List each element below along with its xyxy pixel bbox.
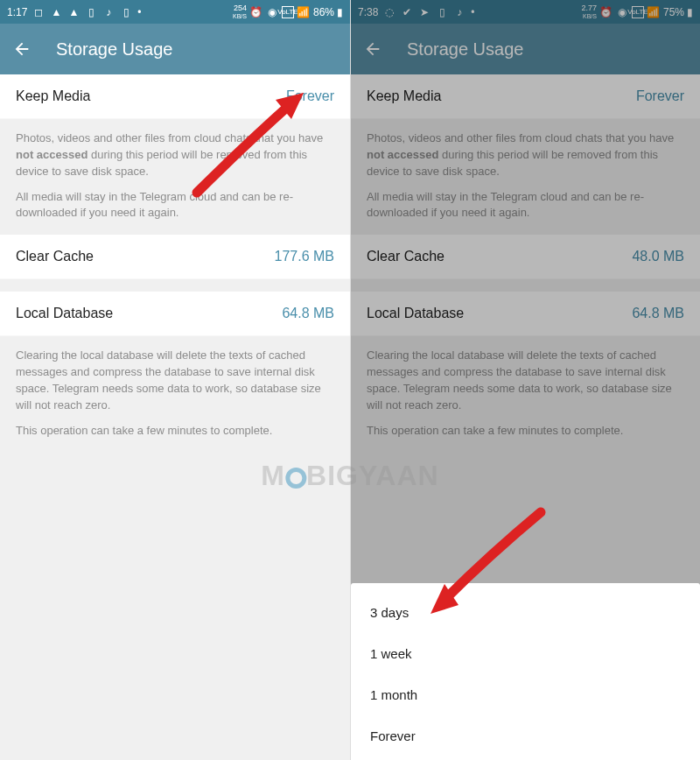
clear-cache-value: 48.0 MB <box>632 249 684 264</box>
status-time: 7:38 <box>358 6 378 18</box>
database-info-block: Clearing the local database will delete … <box>0 336 350 452</box>
database-info-block: Clearing the local database will delete … <box>351 336 700 452</box>
sync-icon: ◉ <box>266 6 278 18</box>
music-icon: ♪ <box>102 6 115 18</box>
notification-icon: ▲ <box>50 6 62 18</box>
sync-icon: ◉ <box>616 6 628 18</box>
dots-icon: • <box>471 6 474 18</box>
clear-cache-value: 177.6 MB <box>275 249 334 264</box>
check-icon: ✔ <box>401 6 413 18</box>
keep-media-label: Keep Media <box>16 88 90 104</box>
clear-cache-row[interactable]: Clear Cache 177.6 MB <box>0 235 350 279</box>
option-forever[interactable]: Forever <box>351 715 700 756</box>
back-arrow-icon[interactable] <box>12 39 32 59</box>
local-database-row[interactable]: Local Database 64.8 MB <box>351 292 700 336</box>
keep-media-options-sheet: 3 days 1 week 1 month Forever <box>351 583 700 760</box>
keep-media-value: Forever <box>636 88 684 104</box>
music-icon: ♪ <box>453 6 466 18</box>
keep-media-label: Keep Media <box>367 88 441 104</box>
alarm-icon: ⏰ <box>250 6 262 18</box>
local-database-label: Local Database <box>16 306 113 321</box>
network-speed: 254KB/S <box>233 4 247 20</box>
notification-icon: ▲ <box>67 6 80 18</box>
spacer <box>351 279 700 292</box>
status-time: 1:17 <box>7 6 27 18</box>
clear-cache-label: Clear Cache <box>367 249 444 264</box>
clear-cache-label: Clear Cache <box>16 249 94 264</box>
battery-icon: ▯ <box>436 6 448 18</box>
whatsapp-icon: ◌ <box>383 6 396 18</box>
app-header: Storage Usage <box>0 24 350 74</box>
keep-media-value: Forever <box>286 88 334 104</box>
content-area: Keep Media Forever Photos, videos and ot… <box>0 74 350 760</box>
battery-icon: ▯ <box>120 6 132 18</box>
signal-icon: 📶 <box>298 6 310 18</box>
local-database-value: 64.8 MB <box>632 306 684 321</box>
battery-icon: ▯ <box>85 6 97 18</box>
local-database-row[interactable]: Local Database 64.8 MB <box>0 292 350 336</box>
local-database-value: 64.8 MB <box>282 306 334 321</box>
media-info-block: Photos, videos and other files from clou… <box>0 119 350 235</box>
battery-status: 75% ▮ <box>663 6 693 18</box>
send-icon: ➤ <box>418 6 430 18</box>
keep-media-row[interactable]: Keep Media Forever <box>0 74 350 119</box>
volte-icon: VoLTE <box>282 6 294 18</box>
spacer <box>0 279 350 292</box>
page-title: Storage Usage <box>56 39 172 60</box>
page-title: Storage Usage <box>407 39 523 60</box>
dots-icon: • <box>137 6 141 18</box>
battery-status: 86% ▮ <box>313 6 343 18</box>
status-bar: 1:17 ◻ ▲ ▲ ▯ ♪ ▯ • 254KB/S ⏰ ◉ VoLTE 📶 8… <box>0 0 350 24</box>
app-header: Storage Usage <box>351 24 700 74</box>
phone-screenshot-left: 1:17 ◻ ▲ ▲ ▯ ♪ ▯ • 254KB/S ⏰ ◉ VoLTE 📶 8… <box>0 0 350 760</box>
back-arrow-icon[interactable] <box>363 39 382 59</box>
local-database-label: Local Database <box>367 306 464 321</box>
media-info-block: Photos, videos and other files from clou… <box>351 119 700 235</box>
status-bar: 7:38 ◌ ✔ ➤ ▯ ♪ • 2.77KB/S ⏰ ◉ VoLTE 📶 75… <box>351 0 700 24</box>
volte-icon: VoLTE <box>632 6 644 18</box>
option-1-month[interactable]: 1 month <box>351 674 700 715</box>
keep-media-row[interactable]: Keep Media Forever <box>351 74 700 119</box>
alarm-icon: ⏰ <box>600 6 612 18</box>
phone-screenshot-right: 7:38 ◌ ✔ ➤ ▯ ♪ • 2.77KB/S ⏰ ◉ VoLTE 📶 75… <box>350 0 700 760</box>
clear-cache-row[interactable]: Clear Cache 48.0 MB <box>351 235 700 279</box>
option-3-days[interactable]: 3 days <box>351 592 700 633</box>
instagram-icon: ◻ <box>32 6 45 18</box>
option-1-week[interactable]: 1 week <box>351 633 700 674</box>
signal-icon: 📶 <box>648 6 660 18</box>
network-speed: 2.77KB/S <box>581 4 597 20</box>
